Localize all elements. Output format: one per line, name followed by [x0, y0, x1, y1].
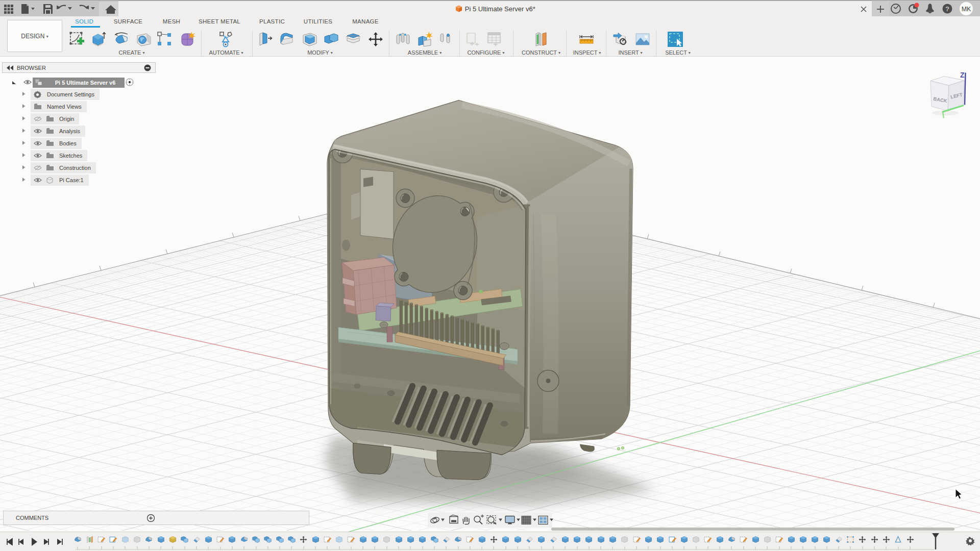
- svg-text:Z: Z: [960, 71, 965, 79]
- svg-text:?: ?: [945, 5, 949, 13]
- svg-text:MK: MK: [962, 6, 971, 13]
